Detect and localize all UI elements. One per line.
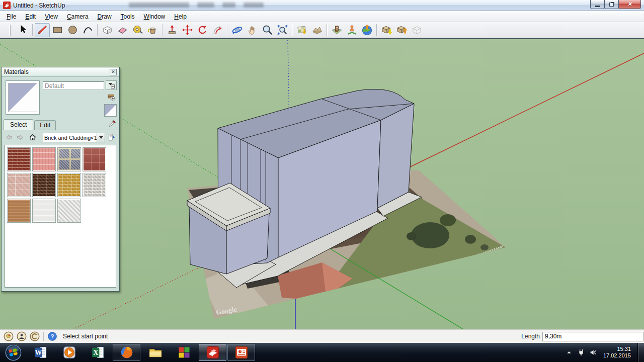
tool-zoom-extents-button[interactable] xyxy=(275,23,290,37)
menu-window[interactable]: Window xyxy=(139,12,170,22)
details-button[interactable] xyxy=(107,133,116,142)
tool-paint-bucket-button[interactable] xyxy=(145,23,160,37)
sketchup-window: Untitled - SketchUp ✕ FileEditViewCamera… xyxy=(0,0,644,362)
tray-clock[interactable]: 15:31 17.02.2015 xyxy=(603,346,631,359)
material-swatch-granite-block[interactable] xyxy=(57,147,81,171)
tool-rectangle-button[interactable] xyxy=(50,23,65,37)
chevron-down-icon[interactable] xyxy=(97,133,105,142)
restore-button[interactable] xyxy=(604,0,619,9)
title-bar: Untitled - SketchUp ✕ xyxy=(0,0,644,11)
drawing-area[interactable]: Google xyxy=(0,38,644,329)
tab-select[interactable]: Select xyxy=(4,119,33,130)
taskbar-powerpoint-button[interactable] xyxy=(227,344,255,361)
collections-dropdown[interactable]: Brick and Cladding<1 xyxy=(43,133,105,142)
material-swatch-siding-white[interactable] xyxy=(32,199,56,223)
taskbar-explorer-button[interactable] xyxy=(141,344,169,361)
start-button[interactable] xyxy=(0,343,26,362)
volume-icon[interactable] xyxy=(589,348,598,357)
set-default-material-button[interactable] xyxy=(105,92,117,102)
tool-make-component-button[interactable] xyxy=(100,23,115,37)
material-swatch-brick-dark-used[interactable] xyxy=(32,173,56,197)
tool-add-location-button[interactable] xyxy=(294,23,309,37)
tool-push-pull-button[interactable] xyxy=(165,23,180,37)
tool-move-button[interactable] xyxy=(180,23,195,37)
minimize-button[interactable] xyxy=(590,0,605,9)
menu-view[interactable]: View xyxy=(40,12,62,22)
tool-line-button[interactable] xyxy=(35,23,50,37)
tool-get-models-button[interactable] xyxy=(379,23,394,37)
expand-icon[interactable] xyxy=(565,348,574,357)
tool-share-model-button[interactable] xyxy=(394,23,409,37)
tool-photo-textures-button[interactable] xyxy=(329,23,344,37)
back-arrow-icon[interactable] xyxy=(5,133,14,142)
tool-select-button[interactable] xyxy=(15,23,30,37)
status-bar: ? Select start point Length xyxy=(0,329,644,343)
length-label: Length xyxy=(521,333,540,340)
tray-time: 15:31 xyxy=(603,346,631,352)
menu-edit[interactable]: Edit xyxy=(21,12,40,22)
svg-text:W: W xyxy=(35,349,42,356)
tool-pan-button[interactable] xyxy=(245,23,260,37)
material-swatch-pavers-red-smooth[interactable] xyxy=(83,147,106,171)
tool-orbit-button[interactable] xyxy=(229,23,245,37)
tool-tape-measure-button[interactable] xyxy=(130,23,145,37)
tray-date: 17.02.2015 xyxy=(603,352,631,359)
toolbar xyxy=(0,22,644,38)
material-preview xyxy=(6,80,40,115)
menu-bar: FileEditViewCameraDrawToolsWindowHelp xyxy=(0,11,644,22)
menu-tools[interactable]: Tools xyxy=(116,12,139,22)
status-icons xyxy=(3,331,42,342)
taskbar-word-button[interactable]: W xyxy=(27,344,54,361)
materials-panel-title: Materials xyxy=(4,68,29,75)
tool-google-earth-button[interactable] xyxy=(359,23,374,37)
taskbar-firefox-button[interactable] xyxy=(113,344,140,361)
sample-paint-eyedropper-icon[interactable] xyxy=(107,119,117,129)
svg-text:X: X xyxy=(93,349,98,356)
geolocation-icon[interactable] xyxy=(3,331,14,342)
material-swatch-pavers-pink-basketweave[interactable] xyxy=(32,147,56,171)
collections-dropdown-value: Brick and Cladding<1 xyxy=(43,135,97,141)
material-name-field[interactable] xyxy=(43,81,104,90)
tool-component-box-button[interactable] xyxy=(409,23,424,37)
tool-circle-button[interactable] xyxy=(65,23,80,37)
menu-camera[interactable]: Camera xyxy=(62,12,93,22)
material-swatch-cladding-wood-tan[interactable] xyxy=(7,199,31,223)
create-material-button[interactable] xyxy=(106,80,117,90)
taskbar-sketchup-button[interactable] xyxy=(199,344,226,361)
menu-help[interactable]: Help xyxy=(170,12,191,22)
tab-edit[interactable]: Edit xyxy=(34,120,56,130)
forward-arrow-icon[interactable] xyxy=(16,133,25,142)
taskbar: WX 15:31 17.02.2015 xyxy=(0,343,644,362)
taskbar-excel-button[interactable]: X xyxy=(84,344,112,361)
material-swatch-stucco-light-gray[interactable] xyxy=(57,199,81,223)
menu-file[interactable]: File xyxy=(2,12,21,22)
materials-panel-titlebar[interactable]: Materials ✕ xyxy=(2,67,119,77)
materials-panel: Materials ✕ Select Edit xyxy=(1,67,120,292)
menu-draw[interactable]: Draw xyxy=(93,12,116,22)
tool-rotate-button[interactable] xyxy=(195,23,210,37)
tool-arc-button[interactable] xyxy=(80,23,95,37)
material-swatch-brick-yellow[interactable] xyxy=(57,173,81,197)
tool-eraser-button[interactable] xyxy=(115,23,130,37)
tool-zoom-button[interactable] xyxy=(260,23,275,37)
taskbar-color-squares-button[interactable] xyxy=(170,344,198,361)
model-credits-icon[interactable] xyxy=(29,331,40,342)
claim-model-icon[interactable] xyxy=(16,331,27,342)
material-swatch-stone-pavers-pink[interactable] xyxy=(7,173,31,197)
toolbar-grip[interactable] xyxy=(9,25,11,36)
tool-offset-button[interactable] xyxy=(210,23,225,37)
taskbar-media-player-button[interactable] xyxy=(55,344,83,361)
close-button[interactable]: ✕ xyxy=(618,0,641,9)
material-swatch-brick-painted-white[interactable] xyxy=(83,173,106,197)
tool-toggle-terrain-button[interactable] xyxy=(309,23,325,37)
material-swatch-brick-rough-red[interactable] xyxy=(7,147,31,171)
background-window-ghost xyxy=(129,3,264,8)
help-icon[interactable]: ? xyxy=(47,331,58,342)
show-desktop-button[interactable] xyxy=(637,343,644,362)
current-material-swatch[interactable] xyxy=(104,104,117,117)
tool-position-camera-button[interactable] xyxy=(344,23,359,37)
materials-close-icon[interactable]: ✕ xyxy=(110,69,117,75)
power-icon[interactable] xyxy=(577,348,586,357)
home-icon[interactable] xyxy=(28,133,37,142)
length-input[interactable] xyxy=(542,332,643,341)
